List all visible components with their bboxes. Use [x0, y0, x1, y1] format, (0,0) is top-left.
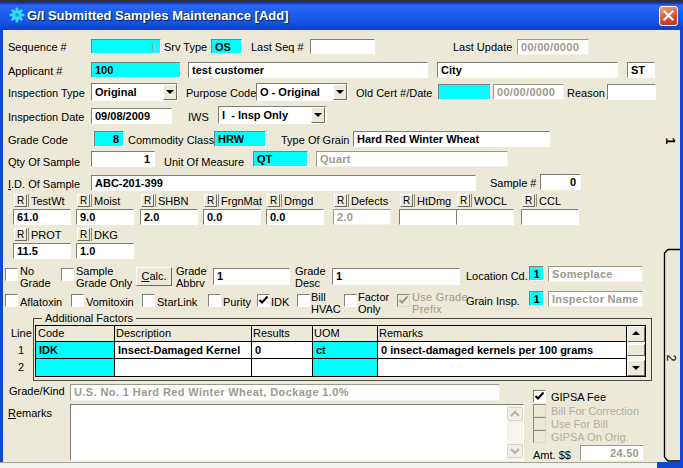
svg-text:2: 2	[664, 355, 678, 362]
svg-text:1: 1	[663, 138, 677, 145]
